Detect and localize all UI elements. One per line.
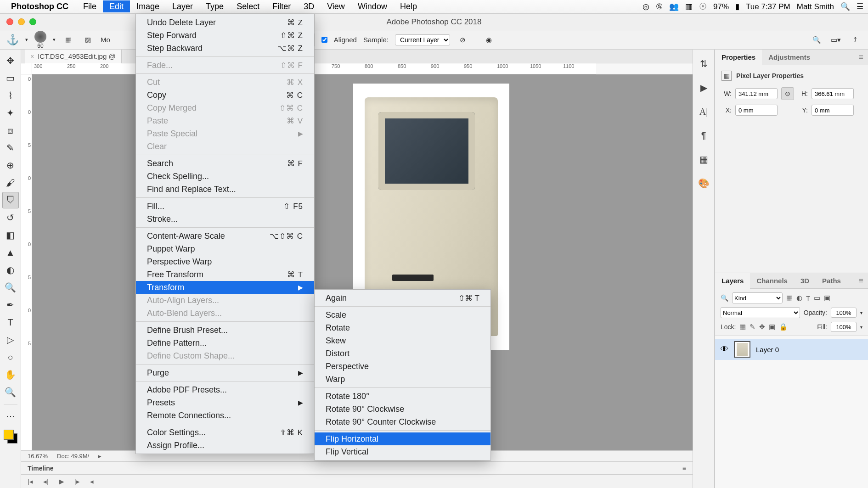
battery-icon[interactable]: ▥ (685, 2, 693, 11)
pen-tool[interactable]: ✒ (2, 297, 19, 313)
history-brush-tool[interactable]: ↺ (2, 209, 19, 226)
layer-row[interactable]: 👁 Layer 0 (715, 339, 868, 360)
actions-panel-icon[interactable]: ▶ (698, 82, 710, 94)
lock-position-icon[interactable]: ✥ (759, 323, 765, 331)
menuitem-undo-delete-layer[interactable]: Undo Delete Layer⌘ Z (136, 16, 314, 29)
creative-cloud-icon[interactable]: ◎ (643, 2, 649, 11)
menu-image[interactable]: Image (130, 0, 166, 12)
clone-stamp-tool[interactable]: ⛉ (2, 192, 19, 208)
panel-menu-icon[interactable]: ≡ (854, 276, 868, 286)
menuitem-content-aware-scale[interactable]: Content-Aware Scale⌥⇧⌘ C (136, 230, 314, 242)
eyedropper-tool[interactable]: ✎ (2, 140, 19, 156)
hand-tool[interactable]: ✋ (2, 366, 19, 383)
tab-layers[interactable]: Layers (715, 273, 750, 289)
spotlight-icon[interactable]: 🔍 (840, 2, 850, 11)
lock-all-icon[interactable]: 🔒 (779, 323, 788, 331)
brush-panel-icon[interactable]: ▦ (62, 34, 75, 46)
dodge-tool[interactable]: 🔍 (2, 279, 19, 296)
tab-channels[interactable]: Channels (750, 273, 794, 289)
color-panel-icon[interactable]: 🎨 (698, 177, 710, 189)
menuitem-stroke-[interactable]: Stroke... (136, 213, 314, 225)
menuitem-flip-horizontal[interactable]: Flip Horizontal (315, 432, 490, 445)
height-input[interactable] (812, 88, 854, 99)
play-icon[interactable]: ▶ (59, 477, 64, 486)
menu-view[interactable]: View (321, 0, 351, 12)
pressure-icon[interactable]: ◉ (483, 34, 496, 46)
history-panel-icon[interactable]: ⇅ (698, 58, 710, 70)
filter-pixel-icon[interactable]: ▦ (786, 294, 793, 302)
menuitem-step-forward[interactable]: Step Forward⇧⌘ Z (136, 29, 314, 42)
menuitem-adobe-pdf-presets-[interactable]: Adobe PDF Presets... (136, 383, 314, 396)
blur-tool[interactable]: ◐ (2, 262, 19, 278)
menuitem-rotate-180-[interactable]: Rotate 180° (315, 390, 490, 403)
workspace-icon[interactable]: ▭▾ (829, 34, 842, 46)
tab-adjustments[interactable]: Adjustments (762, 50, 817, 65)
menuitem-color-settings-[interactable]: Color Settings...⇧⌘ K (136, 426, 314, 439)
opacity-input[interactable] (831, 308, 857, 318)
menu-help[interactable]: Help (394, 0, 423, 12)
ignore-adjustment-icon[interactable]: ⊘ (457, 34, 469, 46)
menuitem-puppet-warp[interactable]: Puppet Warp (136, 242, 314, 255)
tab-properties[interactable]: Properties (715, 50, 762, 65)
filter-adjust-icon[interactable]: ◐ (796, 294, 802, 302)
panel-menu-icon[interactable]: ≡ (854, 53, 868, 62)
menuitem-step-backward[interactable]: Step Backward⌥⌘ Z (136, 42, 314, 55)
path-select-tool[interactable]: ▷ (2, 331, 19, 348)
blend-mode-select[interactable]: Normal (721, 307, 800, 318)
menu-window[interactable]: Window (351, 0, 394, 12)
menuitem-distort[interactable]: Distort (315, 347, 490, 360)
menuitem-purge[interactable]: Purge▶ (136, 366, 314, 379)
x-input[interactable] (735, 105, 778, 116)
foreground-background-colors[interactable] (4, 430, 17, 443)
menu-file[interactable]: File (77, 0, 103, 12)
character-panel-icon[interactable]: A| (698, 106, 710, 118)
menuitem-free-transform[interactable]: Free Transform⌘ T (136, 268, 314, 281)
last-frame-icon[interactable]: ◂ (90, 477, 94, 486)
visibility-icon[interactable]: 👁 (721, 345, 728, 354)
menuitem-skew[interactable]: Skew (315, 334, 490, 347)
filter-shape-icon[interactable]: ▭ (814, 294, 820, 302)
menu-type[interactable]: Type (199, 0, 230, 12)
filter-smart-icon[interactable]: ▣ (824, 294, 830, 302)
menuitem-perspective[interactable]: Perspective (315, 360, 490, 373)
menuitem-transform[interactable]: Transform▶ (136, 281, 314, 294)
menuitem-rotate[interactable]: Rotate (315, 321, 490, 334)
menu-edit[interactable]: Edit (103, 0, 130, 12)
menuitem-presets[interactable]: Presets▶ (136, 396, 314, 409)
first-frame-icon[interactable]: |◂ (28, 477, 33, 486)
brush-tool[interactable]: 🖌 (2, 174, 19, 191)
link-wh-icon[interactable]: ⊝ (781, 87, 794, 100)
zoom-level[interactable]: 16.67% (28, 453, 48, 460)
close-tab-icon[interactable]: × (30, 53, 34, 60)
tab-3d[interactable]: 3D (794, 273, 816, 289)
tool-preset-icon[interactable]: ⚓ (6, 34, 19, 46)
menuitem-define-pattern-[interactable]: Define Pattern... (136, 337, 314, 349)
width-input[interactable] (735, 88, 778, 99)
brush-preview[interactable] (34, 31, 46, 43)
paragraph-panel-icon[interactable]: ¶ (698, 129, 710, 141)
menuitem-check-spelling-[interactable]: Check Spelling... (136, 170, 314, 183)
ruler-vertical[interactable]: 005050505 (21, 74, 32, 450)
lock-artboard-icon[interactable]: ▣ (769, 323, 775, 331)
aligned-checkbox[interactable] (321, 37, 327, 43)
menuitem-again[interactable]: Again⇧⌘ T (315, 292, 490, 304)
menu-select[interactable]: Select (230, 0, 266, 12)
menu-layer[interactable]: Layer (166, 0, 199, 12)
brush-settings-icon[interactable]: ▨ (81, 34, 94, 46)
menu-3d[interactable]: 3D (297, 0, 321, 12)
filter-type-icon[interactable]: T (806, 294, 810, 302)
user-name[interactable]: Matt Smith (797, 2, 834, 11)
lock-transparency-icon[interactable]: ▦ (739, 323, 746, 331)
list-icon[interactable]: ☰ (857, 2, 863, 11)
type-tool[interactable]: T (2, 314, 19, 331)
layer-name[interactable]: Layer 0 (756, 346, 779, 353)
move-tool[interactable]: ✥ (2, 52, 19, 69)
layer-thumbnail[interactable] (734, 341, 750, 358)
eraser-tool[interactable]: ◧ (2, 227, 19, 243)
prev-frame-icon[interactable]: ◂| (43, 477, 49, 486)
clock[interactable]: Tue 7:37 PM (746, 2, 790, 11)
panel-menu-icon[interactable]: ≡ (682, 465, 686, 472)
quick-select-tool[interactable]: ✦ (2, 105, 19, 121)
menuitem-perspective-warp[interactable]: Perspective Warp (136, 255, 314, 268)
menuitem-flip-vertical[interactable]: Flip Vertical (315, 445, 490, 458)
